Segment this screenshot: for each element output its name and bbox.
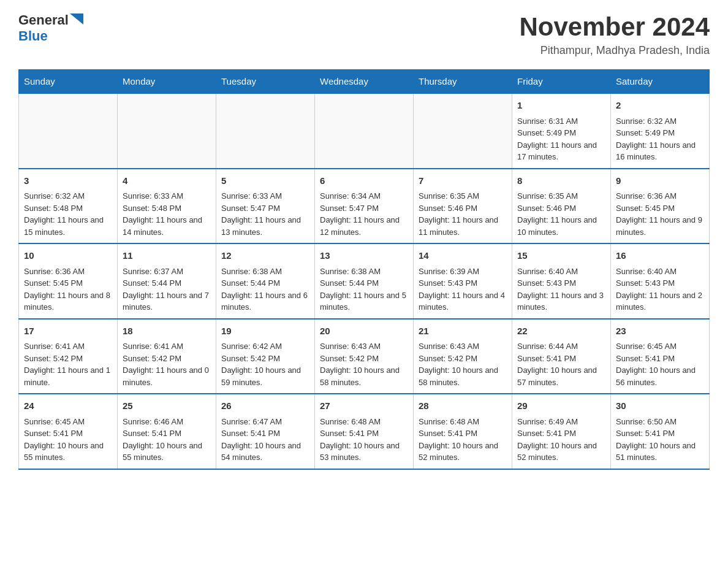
- day-info: Sunset: 5:45 PM: [24, 277, 112, 289]
- day-info: Sunrise: 6:48 AM: [419, 416, 507, 428]
- day-info: Sunrise: 6:44 AM: [517, 340, 605, 353]
- day-info: Sunrise: 6:38 AM: [221, 266, 309, 278]
- day-info: Sunset: 5:41 PM: [419, 427, 507, 440]
- day-header-tuesday: Tuesday: [216, 70, 315, 94]
- calendar-cell: [216, 93, 315, 169]
- day-info: Sunset: 5:49 PM: [616, 127, 704, 139]
- day-number: 12: [221, 249, 309, 263]
- day-number: 29: [517, 399, 605, 413]
- day-info: Daylight: 10 hours and 58 minutes.: [320, 364, 408, 388]
- calendar-cell: 13Sunrise: 6:38 AMSunset: 5:44 PMDayligh…: [315, 243, 414, 319]
- day-info: Sunset: 5:47 PM: [320, 202, 408, 215]
- page-header: General Blue November 2024 Pithampur, Ma…: [18, 12, 710, 57]
- day-info: Sunset: 5:41 PM: [616, 353, 704, 365]
- day-info: Sunset: 5:46 PM: [517, 202, 605, 215]
- day-info: Sunrise: 6:35 AM: [419, 190, 507, 202]
- day-number: 1: [517, 99, 605, 113]
- calendar-cell: [315, 93, 414, 169]
- day-info: Sunrise: 6:50 AM: [616, 416, 704, 428]
- day-info: Daylight: 11 hours and 0 minutes.: [123, 364, 211, 388]
- day-number: 16: [616, 249, 704, 263]
- day-info: Sunset: 5:47 PM: [221, 202, 309, 215]
- day-info: Sunrise: 6:40 AM: [517, 266, 605, 278]
- logo-triangle-icon: [70, 13, 83, 25]
- day-info: Sunrise: 6:45 AM: [24, 416, 112, 428]
- day-info: Daylight: 10 hours and 52 minutes.: [419, 440, 507, 464]
- calendar-cell: 9Sunrise: 6:36 AMSunset: 5:45 PMDaylight…: [611, 169, 710, 244]
- calendar-cell: 1Sunrise: 6:31 AMSunset: 5:49 PMDaylight…: [512, 93, 611, 169]
- calendar-cell: 6Sunrise: 6:34 AMSunset: 5:47 PMDaylight…: [315, 169, 414, 244]
- day-info: Daylight: 11 hours and 11 minutes.: [419, 214, 507, 238]
- day-info: Daylight: 11 hours and 3 minutes.: [517, 289, 605, 313]
- day-info: Sunrise: 6:36 AM: [616, 190, 704, 202]
- day-info: Sunset: 5:48 PM: [24, 202, 112, 215]
- day-info: Daylight: 10 hours and 57 minutes.: [517, 364, 605, 388]
- day-info: Daylight: 10 hours and 52 minutes.: [517, 440, 605, 464]
- calendar-table: SundayMondayTuesdayWednesdayThursdayFrid…: [18, 69, 710, 470]
- day-info: Sunrise: 6:42 AM: [221, 340, 309, 353]
- day-number: 26: [221, 399, 309, 413]
- day-number: 22: [517, 324, 605, 339]
- day-number: 19: [221, 324, 309, 339]
- day-info: Sunrise: 6:39 AM: [419, 266, 507, 278]
- day-number: 21: [419, 324, 507, 339]
- title-section: November 2024 Pithampur, Madhya Pradesh,…: [519, 12, 710, 57]
- calendar-cell: 10Sunrise: 6:36 AMSunset: 5:45 PMDayligh…: [19, 243, 118, 319]
- day-info: Sunrise: 6:49 AM: [517, 416, 605, 428]
- calendar-cell: 20Sunrise: 6:43 AMSunset: 5:42 PMDayligh…: [315, 319, 414, 394]
- day-info: Daylight: 10 hours and 55 minutes.: [24, 440, 112, 464]
- day-header-monday: Monday: [118, 70, 216, 94]
- calendar-cell: 22Sunrise: 6:44 AMSunset: 5:41 PMDayligh…: [512, 319, 611, 394]
- day-info: Sunrise: 6:31 AM: [517, 115, 605, 128]
- calendar-cell: 28Sunrise: 6:48 AMSunset: 5:41 PMDayligh…: [414, 394, 512, 469]
- calendar-cell: 7Sunrise: 6:35 AMSunset: 5:46 PMDaylight…: [414, 169, 512, 244]
- day-number: 8: [517, 174, 605, 188]
- day-number: 14: [419, 249, 507, 263]
- logo: General Blue: [18, 12, 83, 44]
- day-info: Daylight: 11 hours and 4 minutes.: [419, 289, 507, 313]
- calendar-cell: [19, 93, 118, 169]
- day-info: Sunrise: 6:32 AM: [616, 115, 704, 128]
- day-info: Sunrise: 6:38 AM: [320, 266, 408, 278]
- day-number: 27: [320, 399, 408, 413]
- day-number: 28: [419, 399, 507, 413]
- calendar-cell: 2Sunrise: 6:32 AMSunset: 5:49 PMDaylight…: [611, 93, 710, 169]
- calendar-cell: 18Sunrise: 6:41 AMSunset: 5:42 PMDayligh…: [118, 319, 216, 394]
- day-info: Sunrise: 6:37 AM: [123, 266, 211, 278]
- calendar-week-row: 17Sunrise: 6:41 AMSunset: 5:42 PMDayligh…: [19, 319, 710, 394]
- day-info: Sunset: 5:42 PM: [24, 353, 112, 365]
- logo-general: General: [18, 12, 69, 28]
- calendar-week-row: 3Sunrise: 6:32 AMSunset: 5:48 PMDaylight…: [19, 169, 710, 244]
- calendar-week-row: 24Sunrise: 6:45 AMSunset: 5:41 PMDayligh…: [19, 394, 710, 469]
- day-info: Daylight: 11 hours and 5 minutes.: [320, 289, 408, 313]
- day-number: 20: [320, 324, 408, 339]
- calendar-cell: 17Sunrise: 6:41 AMSunset: 5:42 PMDayligh…: [19, 319, 118, 394]
- day-info: Sunset: 5:41 PM: [616, 427, 704, 440]
- day-info: Sunset: 5:43 PM: [517, 277, 605, 289]
- day-info: Daylight: 11 hours and 6 minutes.: [221, 289, 309, 313]
- calendar-cell: 25Sunrise: 6:46 AMSunset: 5:41 PMDayligh…: [118, 394, 216, 469]
- calendar-cell: 27Sunrise: 6:48 AMSunset: 5:41 PMDayligh…: [315, 394, 414, 469]
- day-info: Sunset: 5:42 PM: [419, 353, 507, 365]
- calendar-cell: 5Sunrise: 6:33 AMSunset: 5:47 PMDaylight…: [216, 169, 315, 244]
- day-info: Daylight: 11 hours and 15 minutes.: [24, 214, 112, 238]
- day-number: 18: [123, 324, 211, 339]
- day-number: 15: [517, 249, 605, 263]
- day-info: Sunset: 5:42 PM: [320, 353, 408, 365]
- calendar-cell: 3Sunrise: 6:32 AMSunset: 5:48 PMDaylight…: [19, 169, 118, 244]
- day-number: 4: [123, 174, 211, 188]
- day-number: 2: [616, 99, 704, 113]
- day-info: Sunrise: 6:47 AM: [221, 416, 309, 428]
- calendar-cell: 26Sunrise: 6:47 AMSunset: 5:41 PMDayligh…: [216, 394, 315, 469]
- day-header-sunday: Sunday: [19, 70, 118, 94]
- day-info: Sunrise: 6:45 AM: [616, 340, 704, 353]
- day-info: Daylight: 10 hours and 58 minutes.: [419, 364, 507, 388]
- day-info: Sunset: 5:41 PM: [517, 353, 605, 365]
- day-info: Daylight: 11 hours and 7 minutes.: [123, 289, 211, 313]
- location-title: Pithampur, Madhya Pradesh, India: [519, 44, 710, 57]
- day-info: Daylight: 11 hours and 17 minutes.: [517, 139, 605, 163]
- day-info: Daylight: 10 hours and 51 minutes.: [616, 440, 704, 464]
- day-info: Daylight: 11 hours and 16 minutes.: [616, 139, 704, 163]
- calendar-header-row: SundayMondayTuesdayWednesdayThursdayFrid…: [19, 70, 710, 94]
- day-number: 24: [24, 399, 112, 413]
